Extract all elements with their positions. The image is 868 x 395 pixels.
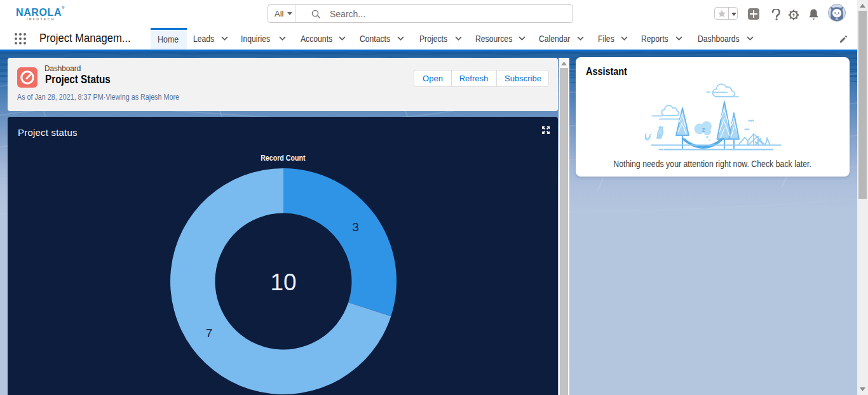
svg-text:10: 10 xyxy=(270,269,296,295)
svg-text:z: z xyxy=(702,126,705,133)
svg-text:7: 7 xyxy=(206,326,213,340)
svg-text:3: 3 xyxy=(352,220,359,234)
